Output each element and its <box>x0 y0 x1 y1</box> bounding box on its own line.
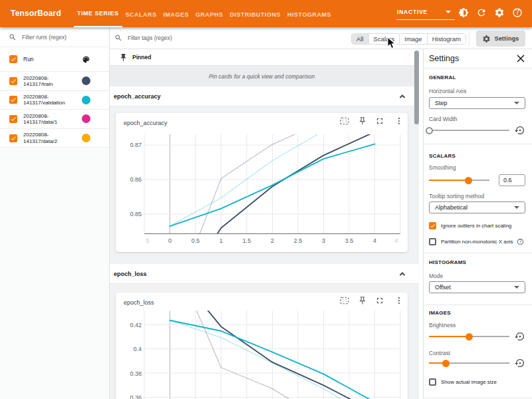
tags-filter-placeholder[interactable]: Filter tags (regex) <box>128 35 172 41</box>
filter-button-histogram[interactable]: Histogram <box>428 34 466 44</box>
show-actual-size-checkbox-row: Show actual image size <box>429 378 525 386</box>
runs-filter[interactable]: Filter runs (regex) <box>0 27 109 47</box>
more-options-icon[interactable] <box>394 116 404 126</box>
top-app-bar: TensorBoard TIME SERIESSCALARSIMAGESGRAP… <box>0 0 532 27</box>
contrast-reset-icon[interactable] <box>515 358 525 368</box>
card-width-reset-icon[interactable] <box>515 125 525 136</box>
section-header-epoch-loss[interactable]: epoch_loss <box>110 264 419 284</box>
smoothing-slider-thumb[interactable] <box>465 177 472 184</box>
pinned-label: Pinned <box>132 54 151 61</box>
horizontal-axis-dropdown[interactable]: Step <box>429 97 525 109</box>
pin-icon <box>119 53 128 62</box>
show-actual-size-checkbox[interactable] <box>429 378 436 386</box>
main-scrollbar[interactable] <box>414 50 419 399</box>
svg-text:2.5: 2.5 <box>294 237 303 244</box>
settings-button[interactable]: Settings <box>476 31 525 47</box>
svg-text:0.36: 0.36 <box>130 394 142 399</box>
fullscreen-icon[interactable] <box>375 116 384 126</box>
run-row-20220808-141317-train[interactable]: 20220808-141317/train <box>0 72 109 91</box>
settings-heading-scalars: SCALARS <box>429 153 525 160</box>
filter-button-scalars[interactable]: Scalars <box>369 34 400 44</box>
fit-domain-icon[interactable] <box>340 296 349 305</box>
smoothing-slider[interactable] <box>429 176 489 184</box>
section-epoch-loss: epoch_lossepoch_loss0.420.40.380.36 <box>110 264 419 399</box>
cards-scroll-area: Pinned Pin cards for a quick view and co… <box>110 49 419 399</box>
runs-column-header: Run <box>23 56 34 63</box>
status-select-value: INACTIVE <box>397 9 428 15</box>
svg-text:0.38: 0.38 <box>130 370 142 377</box>
histogram-mode-dropdown[interactable]: Offset <box>429 281 525 293</box>
settings-panel-body: GENERALHorizontal AxisStepCard WidthSCAL… <box>424 74 532 398</box>
search-icon <box>9 33 17 41</box>
svg-text:5: 5 <box>146 237 150 244</box>
run-color-dot[interactable] <box>82 76 90 85</box>
run-color-dot[interactable] <box>82 96 90 104</box>
settings-label-smoothing: Smoothing <box>429 164 525 171</box>
card-title: epoch_accuracy <box>124 120 168 126</box>
section-header-epoch-accuracy[interactable]: epoch_accuracy <box>110 86 419 106</box>
line-chart-epoch-loss[interactable]: 0.420.40.380.36 <box>116 293 408 399</box>
dark-mode-icon[interactable] <box>458 7 469 18</box>
smoothing-slider-row: 0.6 <box>429 174 525 186</box>
settings-divider <box>424 144 532 144</box>
smoothing-value-input[interactable]: 0.6 <box>499 174 525 186</box>
settings-label-mode: Mode <box>429 273 525 279</box>
select-all-runs-checkbox[interactable] <box>9 55 17 63</box>
brightness-reset-icon[interactable] <box>515 331 525 342</box>
brightness-slider-thumb[interactable] <box>466 333 473 340</box>
pinned-section-header[interactable]: Pinned <box>110 49 419 66</box>
brightness-slider[interactable] <box>429 332 509 340</box>
chart-card-epoch-accuracy: epoch_accuracy500.511.522.533.5440.850.8… <box>116 113 408 252</box>
run-row-20220808-141317-data-1[interactable]: 20220808-141317/data/1 <box>0 110 109 129</box>
refresh-icon[interactable] <box>476 7 487 18</box>
svg-text:3.5: 3.5 <box>345 237 354 244</box>
more-options-icon[interactable] <box>394 296 404 305</box>
fullscreen-icon[interactable] <box>375 296 384 305</box>
contrast-slider-thumb[interactable] <box>442 360 450 367</box>
status-select[interactable]: INACTIVE <box>396 9 455 20</box>
line-chart-epoch-accuracy[interactable]: 500.511.522.533.5440.850.860.87 <box>116 113 408 252</box>
contrast-slider[interactable] <box>429 359 509 367</box>
run-label: 20220808-141317/train <box>23 75 53 88</box>
filter-button-image[interactable]: Image <box>400 34 427 44</box>
main-scrollbar-thumb[interactable] <box>414 51 419 124</box>
tooltip-sorting-value: Alphabetical <box>435 204 467 211</box>
palette-icon[interactable] <box>82 55 90 64</box>
chevron-up-icon[interactable] <box>399 93 406 100</box>
pin-hint: Pin cards for a quick view and compariso… <box>110 66 419 86</box>
pin-icon[interactable] <box>358 296 367 305</box>
run-checkbox[interactable] <box>9 115 17 123</box>
run-label: 20220808-141317/data/2 <box>23 132 57 144</box>
runs-table-header: Run <box>0 47 109 72</box>
run-color-dot[interactable] <box>82 134 90 142</box>
run-checkbox[interactable] <box>9 77 17 85</box>
ignore-outliers-checkbox[interactable] <box>429 222 436 229</box>
partition-x-axis-checkbox-row: Partition non-monotonic X axis <box>429 237 525 245</box>
search-icon <box>114 34 122 42</box>
help-icon[interactable] <box>517 238 524 245</box>
settings-label-tooltip-sorting-method: Tooltip sorting method <box>429 193 525 200</box>
card-width-slider-thumb[interactable] <box>426 127 433 134</box>
close-icon[interactable] <box>517 55 525 63</box>
tags-toolbar: Filter tags (regex) AllScalarsImageHisto… <box>110 27 532 49</box>
tag-type-filter-group: AllScalarsImageHistogram <box>351 33 466 45</box>
settings-button-label: Settings <box>494 35 519 42</box>
chevron-down-icon <box>514 206 519 209</box>
fit-domain-icon[interactable] <box>340 116 349 126</box>
run-color-dot[interactable] <box>82 114 90 123</box>
help-icon[interactable] <box>512 7 523 18</box>
gear-icon[interactable] <box>494 7 505 18</box>
contrast-slider-row <box>429 357 525 369</box>
svg-text:0: 0 <box>168 237 172 244</box>
run-row-20220808-141317-data-2[interactable]: 20220808-141317/data/2 <box>0 129 109 148</box>
partition-x-axis-checkbox[interactable] <box>429 238 436 245</box>
run-row-20220808-141317-validation[interactable]: 20220808-141317/validation <box>0 91 109 110</box>
ignore-outliers-label: Ignore outliers in chart scaling <box>441 223 511 229</box>
chevron-up-icon[interactable] <box>399 271 406 277</box>
card-width-slider[interactable] <box>429 126 509 134</box>
run-checkbox[interactable] <box>9 96 17 104</box>
filter-button-all[interactable]: All <box>352 34 369 44</box>
tooltip-sorting-dropdown[interactable]: Alphabetical <box>429 201 525 213</box>
pin-icon[interactable] <box>358 116 367 126</box>
run-checkbox[interactable] <box>9 134 17 142</box>
